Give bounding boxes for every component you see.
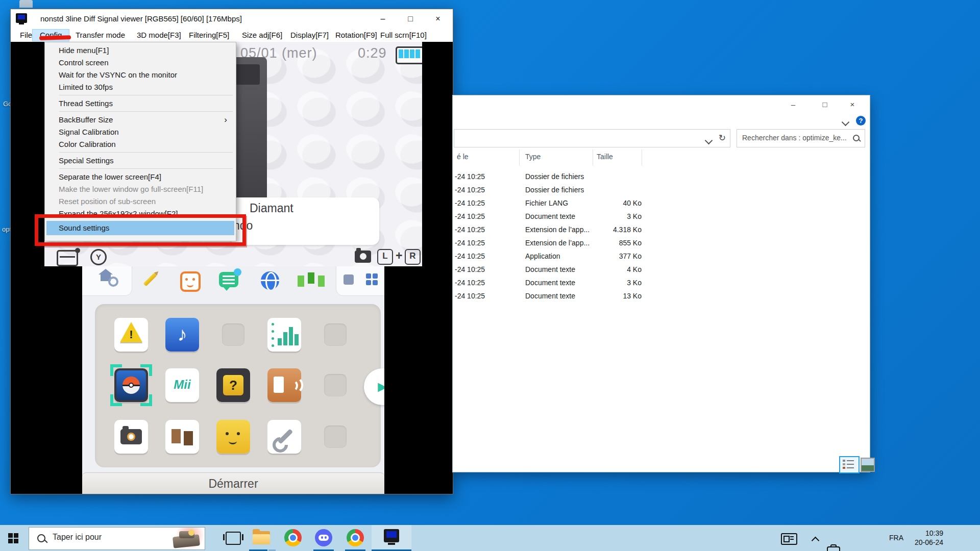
file-row[interactable]: -24 10:25 Document texte 13 Ko: [454, 289, 648, 303]
taskbar: Taper ici pour: [0, 525, 980, 551]
menu-transfer-mode[interactable]: Transfer mode: [74, 30, 127, 41]
file-row[interactable]: -24 10:25 Document texte 3 Ko: [454, 276, 648, 289]
game-notes-icon[interactable]: [140, 269, 163, 292]
chrome-taskbar-icon[interactable]: [282, 529, 304, 546]
desktop-icon-fragment: [19, 0, 33, 8]
taskbar-search-box[interactable]: Taper ici pour: [29, 527, 205, 550]
search-icon[interactable]: [853, 134, 860, 143]
miiverse-icon[interactable]: [298, 272, 326, 291]
clock[interactable]: 10:39 20-06-24: [910, 529, 943, 547]
file-type: Document texte: [525, 263, 575, 276]
page-indicator: [344, 274, 354, 285]
viewer-titlebar[interactable]: nonstd 3line Diff Signal viewer [RGB565]…: [11, 9, 453, 29]
address-dropdown-icon[interactable]: [706, 136, 712, 145]
menu-item-wait-vsync[interactable]: Wait for the VSYNC on the monitor: [46, 69, 234, 81]
meet-now-icon[interactable]: [827, 546, 840, 551]
menu-size-adj[interactable]: Size adj[F6]: [240, 30, 284, 41]
maximize-button[interactable]: □: [402, 12, 419, 26]
file-row[interactable]: -24 10:25 Application 377 Ko: [454, 249, 648, 263]
viewer-taskbar-icon-active[interactable]: [372, 525, 411, 549]
home-settings-icon[interactable]: [90, 268, 121, 293]
column-header-size[interactable]: Taille: [597, 153, 613, 161]
internet-browser-icon[interactable]: [261, 271, 279, 290]
file-row[interactable]: -24 10:25 Extension de l’app... 855 Ko: [454, 236, 648, 249]
menu-item-separate-lower-screen[interactable]: Separate the lower screen[F4]: [46, 171, 234, 183]
app-icon-ds-download-play[interactable]: [267, 368, 301, 402]
refresh-icon[interactable]: ↻: [719, 133, 726, 143]
menu-display[interactable]: Display[F7]: [288, 30, 331, 41]
menu-full-screen[interactable]: Full scrn[F10]: [378, 30, 429, 41]
column-separator[interactable]: [642, 149, 642, 166]
empty-slot: [318, 420, 352, 454]
app-icon-question-block[interactable]: ?: [216, 368, 250, 402]
menu-item-signal-calibration[interactable]: Signal Calibration: [46, 126, 234, 138]
menu-item-backbuffer-size[interactable]: BackBuffer Size ›: [46, 114, 234, 126]
start-button[interactable]: [8, 533, 18, 543]
submenu-arrow-icon: ›: [224, 114, 227, 126]
close-button[interactable]: ×: [429, 12, 447, 26]
address-bar[interactable]: ↻: [454, 129, 730, 147]
file-size: 377 Ko: [574, 249, 642, 263]
column-header-modified[interactable]: é le: [457, 153, 469, 161]
app-icon-camera[interactable]: [114, 420, 148, 454]
friend-list-icon[interactable]: [180, 271, 201, 292]
file-size: 4.318 Ko: [574, 223, 642, 236]
explorer-minimize-button[interactable]: –: [786, 98, 801, 111]
menu-item-hide-menu[interactable]: Hide menu[F1]: [46, 44, 234, 57]
clock-date: 20-06-24: [910, 538, 943, 547]
file-type: Dossier de fichiers: [525, 183, 584, 196]
file-explorer-taskbar-icon[interactable]: [250, 529, 273, 546]
app-icon-sound[interactable]: ♪: [165, 318, 199, 352]
minimize-button[interactable]: –: [374, 12, 391, 26]
file-row[interactable]: -24 10:25 Dossier de fichiers: [454, 183, 648, 196]
app-icon-system-settings[interactable]: [267, 420, 301, 454]
hidden-icons-chevron[interactable]: [813, 536, 818, 545]
start-bar[interactable]: Démarrer: [82, 472, 384, 494]
app-icon-activity-log[interactable]: [267, 318, 301, 352]
menu-3d-mode[interactable]: 3D mode[F3]: [135, 30, 183, 41]
empty-slot: [318, 368, 352, 402]
menu-rotation[interactable]: Rotation[F9]: [333, 30, 379, 41]
menu-item-reset-subscreen: Reset position of sub-screen: [46, 195, 234, 208]
app-icon-mii-plaza[interactable]: [165, 420, 199, 454]
grid-view-icon[interactable]: [366, 273, 378, 286]
column-separator[interactable]: [593, 149, 593, 166]
file-date: -24 10:25: [455, 276, 485, 289]
help-icon[interactable]: ?: [856, 116, 866, 126]
discord-taskbar-icon[interactable]: [312, 529, 335, 546]
language-indicator[interactable]: FRA: [889, 534, 903, 542]
app-icon-streetpass[interactable]: [216, 420, 250, 454]
file-row[interactable]: -24 10:25 Extension de l’app... 4.318 Ko: [454, 223, 648, 236]
thumbnail-view-button[interactable]: [861, 458, 875, 472]
touch-keyboard-icon[interactable]: [781, 533, 797, 545]
task-view-button[interactable]: [220, 529, 243, 546]
app-icon-pokemon-selected[interactable]: [114, 368, 148, 402]
ribbon-collapse-icon[interactable]: [843, 118, 848, 127]
menu-item-control-screen[interactable]: Control screen: [46, 57, 234, 69]
menu-item-limited-30fps[interactable]: Limited to 30fps: [46, 81, 234, 93]
details-view-button[interactable]: [839, 456, 860, 473]
file-date: -24 10:25: [455, 223, 485, 236]
column-separator[interactable]: [519, 149, 520, 166]
notifications-icon[interactable]: [219, 272, 238, 287]
explorer-close-button[interactable]: ×: [845, 98, 860, 111]
chrome2-taskbar-icon[interactable]: [344, 529, 366, 546]
file-row[interactable]: -24 10:25 Document texte 4 Ko: [454, 263, 648, 276]
menu-item-thread-settings[interactable]: Thread Settings: [46, 97, 234, 110]
empty-slot: [216, 318, 250, 352]
search-highlight-image[interactable]: [168, 528, 205, 549]
game-card-title: Diamant: [250, 202, 293, 215]
menu-item-color-calibration[interactable]: Color Calibration: [46, 138, 234, 151]
file-size: 4 Ko: [574, 263, 642, 276]
menu-filtering[interactable]: Filtering[F5]: [187, 30, 231, 41]
file-row[interactable]: -24 10:25 Fichier LANG 40 Ko: [454, 196, 648, 210]
file-type: Application: [525, 249, 560, 263]
search-box[interactable]: Rechercher dans : optimize_ke...: [737, 129, 865, 147]
app-icon-health-safety[interactable]: !: [114, 318, 148, 352]
column-header-type[interactable]: Type: [525, 153, 541, 161]
app-icon-mii-maker[interactable]: Mii: [165, 368, 199, 402]
menu-item-special-settings[interactable]: Special Settings: [46, 155, 234, 167]
file-row[interactable]: -24 10:25 Document texte 3 Ko: [454, 210, 648, 223]
file-row[interactable]: -24 10:25 Dossier de fichiers: [454, 170, 648, 183]
explorer-maximize-button[interactable]: □: [817, 98, 832, 111]
